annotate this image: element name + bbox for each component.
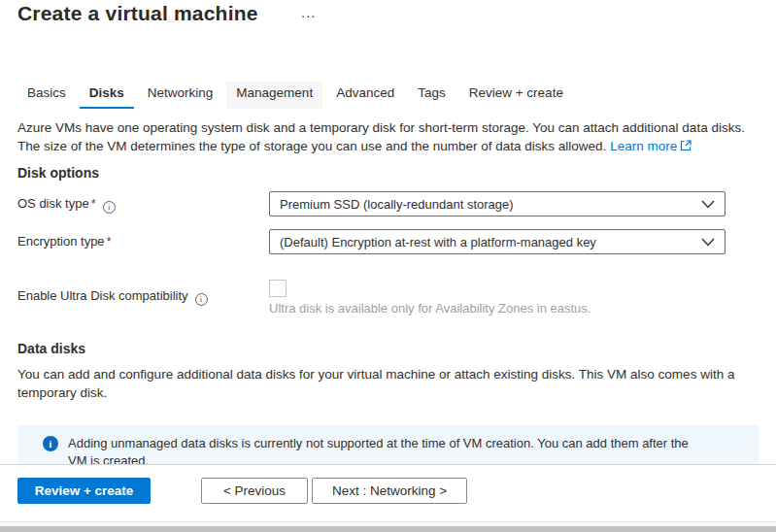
- external-link-icon: [680, 138, 692, 156]
- tab-tags[interactable]: Tags: [408, 82, 455, 109]
- tab-management[interactable]: Management: [226, 82, 322, 109]
- chevron-down-icon: [701, 238, 715, 247]
- more-options-icon[interactable]: ...: [297, 2, 321, 22]
- tab-networking[interactable]: Networking: [138, 82, 223, 109]
- ultra-disk-label: Enable Ultra Disk compatibilityi: [17, 288, 208, 306]
- previous-button[interactable]: < Previous: [201, 478, 308, 504]
- footer-bar: Review + create < Previous Next : Networ…: [0, 464, 776, 521]
- tab-disks[interactable]: Disks: [80, 82, 134, 109]
- os-disk-type-select[interactable]: Premium SSD (locally-redundant storage): [269, 191, 725, 216]
- intro-text: Azure VMs have one operating system disk…: [17, 118, 761, 156]
- ultra-disk-note: Ultra disk is available only for Availab…: [269, 301, 590, 316]
- required-marker: *: [91, 196, 96, 211]
- scrollbar-thumb[interactable]: [0, 526, 776, 532]
- ultra-disk-checkbox[interactable]: [269, 280, 287, 297]
- data-disks-heading: Data disks: [17, 341, 85, 356]
- info-icon: i: [43, 436, 58, 451]
- info-icon[interactable]: i: [195, 293, 208, 306]
- horizontal-scrollbar[interactable]: [0, 521, 776, 532]
- data-disks-description: You can add and configure additional dat…: [17, 365, 740, 402]
- chevron-down-icon: [701, 200, 715, 209]
- os-disk-type-value: Premium SSD (locally-redundant storage): [280, 197, 514, 212]
- encryption-type-label: Encryption type*: [17, 234, 112, 249]
- os-disk-type-label: OS disk type*i: [17, 196, 116, 214]
- os-disk-type-label-text: OS disk type: [17, 196, 89, 211]
- tab-advanced[interactable]: Advanced: [326, 82, 404, 109]
- page-title: Create a virtual machine: [17, 2, 258, 25]
- required-marker: *: [107, 234, 112, 249]
- encryption-type-label-text: Encryption type: [17, 234, 105, 249]
- info-icon[interactable]: i: [103, 201, 116, 214]
- learn-more-link[interactable]: Learn more: [610, 139, 677, 153]
- review-create-button[interactable]: Review + create: [17, 478, 151, 504]
- encryption-type-value: (Default) Encryption at-rest with a plat…: [280, 235, 596, 249]
- tab-review-create[interactable]: Review + create: [459, 82, 573, 109]
- tab-basics[interactable]: Basics: [17, 82, 76, 109]
- tab-bar: Basics Disks Networking Management Advan…: [17, 82, 577, 109]
- next-networking-button[interactable]: Next : Networking >: [312, 478, 467, 504]
- disk-options-heading: Disk options: [17, 165, 99, 181]
- encryption-type-select[interactable]: (Default) Encryption at-rest with a plat…: [269, 229, 725, 254]
- ultra-disk-label-text: Enable Ultra Disk compatibility: [17, 288, 188, 303]
